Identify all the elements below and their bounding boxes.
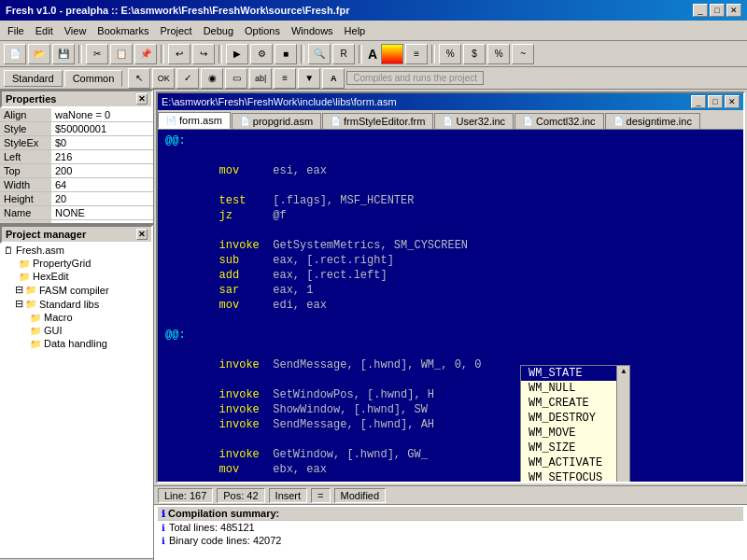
properties-header: Properties ✕ xyxy=(0,90,153,108)
new-button[interactable]: 📄 xyxy=(4,44,26,64)
close-button[interactable]: ✕ xyxy=(726,4,741,17)
cut-button[interactable]: ✂ xyxy=(86,44,108,64)
text-tool[interactable]: ab| xyxy=(249,68,272,89)
format-button[interactable]: ≡ xyxy=(405,44,428,64)
autocomplete-item[interactable]: WM_CREATE xyxy=(521,396,616,411)
info-icon: ℹ xyxy=(162,523,165,533)
code-line: mov edi, eax xyxy=(165,298,736,313)
tab-form-asm[interactable]: 📄 form.asm xyxy=(158,112,231,129)
table-row: Height20 xyxy=(0,192,153,206)
autocomplete-item[interactable]: WM_ACTIVATE xyxy=(521,455,616,470)
list-tool[interactable]: ≡ xyxy=(274,68,296,89)
menu-help[interactable]: Help xyxy=(339,23,372,38)
tree-item-propertygrid[interactable]: 📁 PropertyGrid xyxy=(0,257,153,270)
menu-bookmarks[interactable]: Bookmarks xyxy=(92,23,154,38)
prop-value[interactable]: 20 xyxy=(51,192,153,206)
prop-name: Name xyxy=(0,206,51,220)
autocomplete-item[interactable]: WM_STATE xyxy=(521,366,616,381)
compile-text: Total lines: 485121 xyxy=(169,522,255,533)
status-modified: Modified xyxy=(334,488,387,503)
code-line: invoke SetWindowPos, [.hwnd], H xyxy=(165,387,736,402)
ok-tool[interactable]: OK xyxy=(152,68,175,89)
code-maximize-button[interactable]: □ xyxy=(708,95,723,108)
undo-button[interactable]: ↩ xyxy=(168,44,190,64)
prop-value[interactable]: 64 xyxy=(51,178,153,192)
menu-view[interactable]: View xyxy=(59,23,92,38)
menu-options[interactable]: Options xyxy=(239,23,286,38)
tab-user32[interactable]: 📄 User32.inc xyxy=(434,113,514,129)
menu-project[interactable]: Project xyxy=(154,23,197,38)
minimize-button[interactable]: _ xyxy=(693,4,708,17)
redo-button[interactable]: ↪ xyxy=(192,44,215,64)
autocomplete-item[interactable]: WM_MOVE xyxy=(521,426,616,441)
radio-tool[interactable]: ◉ xyxy=(201,68,223,89)
stop-button[interactable]: ■ xyxy=(275,44,297,64)
title-text: Fresh v1.0 - prealpha :: E:\asmwork\Fres… xyxy=(6,5,349,16)
arrow-tool[interactable]: ↖ xyxy=(128,68,150,89)
more-btn1[interactable]: % xyxy=(439,44,461,64)
tree-item-gui[interactable]: 📁 GUI xyxy=(0,324,153,337)
autocomplete-item[interactable]: WM_SETFOCUS xyxy=(521,470,616,482)
menu-debug[interactable]: Debug xyxy=(198,23,239,38)
tab-common[interactable]: Common xyxy=(64,70,123,87)
save-button[interactable]: 💾 xyxy=(52,44,75,64)
rect-tool[interactable]: ▭ xyxy=(225,68,247,89)
check-tool[interactable]: ✓ xyxy=(176,68,199,89)
tree-item-hexedit[interactable]: 📁 HexEdit xyxy=(0,270,153,283)
paste-button[interactable]: 📌 xyxy=(134,44,157,64)
code-close-button[interactable]: ✕ xyxy=(725,95,740,108)
compile-line-2: ℹ Binary code lines: 42072 xyxy=(158,534,743,547)
table-row: AlignwaNone = 0 xyxy=(0,108,153,122)
maximize-button[interactable]: □ xyxy=(710,4,725,17)
prop-value[interactable]: NONE xyxy=(51,206,153,220)
properties-close-button[interactable]: ✕ xyxy=(136,93,148,105)
table-row: Left216 xyxy=(0,150,153,164)
scroll-up-icon[interactable]: ▲ xyxy=(622,367,627,375)
open-button[interactable]: 📂 xyxy=(28,44,50,64)
project-panel: Project manager ✕ 🗒 Fresh.asm 📁 Property… xyxy=(0,225,153,560)
code-line: mov ebx, eax xyxy=(165,462,736,477)
autocomplete-dropdown[interactable]: WM_STATE WM_NULL WM_CREATE WM_DESTROY WM… xyxy=(520,365,630,482)
autocomplete-item[interactable]: WM_NULL xyxy=(521,381,616,396)
tree-item-fasm[interactable]: ⊟ 📁 FASM compiler xyxy=(0,283,153,297)
status-mode: Insert xyxy=(269,488,308,503)
more-btn2[interactable]: $ xyxy=(463,44,486,64)
menu-windows[interactable]: Windows xyxy=(286,23,339,38)
tree-item-fresh-asm[interactable]: 🗒 Fresh.asm xyxy=(0,244,153,257)
tab-standard[interactable]: Standard xyxy=(4,70,63,87)
combo-tool[interactable]: ▼ xyxy=(298,68,320,89)
tree-item-macro[interactable]: 📁 Macro xyxy=(0,311,153,324)
compile-button[interactable]: ⚙ xyxy=(250,44,273,64)
menu-edit[interactable]: Edit xyxy=(30,23,59,38)
label-tool[interactable]: A xyxy=(322,68,345,89)
tab-comctl32[interactable]: 📄 Comctl32.inc xyxy=(514,113,604,129)
code-line: invoke SendMessage, [.hwnd], AH xyxy=(165,417,736,432)
prop-value[interactable]: 216 xyxy=(51,150,153,164)
prop-value[interactable]: $50000001 xyxy=(51,122,153,136)
separator-1 xyxy=(78,45,82,63)
tab-designtime[interactable]: 📄 designtime.inc xyxy=(605,113,700,129)
prop-value[interactable]: $0 xyxy=(51,136,153,150)
run-button[interactable]: ▶ xyxy=(226,44,248,64)
separator-5 xyxy=(359,45,362,63)
prop-name: Align xyxy=(0,108,51,122)
find-button[interactable]: 🔍 xyxy=(308,44,331,64)
code-minimize-button[interactable]: _ xyxy=(691,95,706,108)
more-btn3[interactable]: % xyxy=(487,44,510,64)
replace-button[interactable]: R xyxy=(332,44,355,64)
code-content[interactable]: @@: mov esi, eax test [.flags], MSF_HCEN… xyxy=(158,130,743,482)
tab-frm-style[interactable]: 📄 frmStyleEditor.frm xyxy=(322,113,433,129)
more-btn4[interactable]: ~ xyxy=(512,44,534,64)
copy-button[interactable]: 📋 xyxy=(110,44,133,64)
tree-item-stdlib[interactable]: ⊟ 📁 Standard libs xyxy=(0,297,153,311)
code-line: invoke ShowWindow, [.hwnd], SW xyxy=(165,402,736,417)
autocomplete-item[interactable]: WM_SIZE xyxy=(521,441,616,455)
menu-file[interactable]: File xyxy=(2,23,30,38)
prop-value[interactable]: 200 xyxy=(51,164,153,178)
prop-value[interactable]: waNone = 0 xyxy=(51,108,153,122)
project-close-button[interactable]: ✕ xyxy=(136,229,148,240)
color-button[interactable] xyxy=(381,44,403,64)
tab-propgrid-asm[interactable]: 📄 propgrid.asm xyxy=(232,113,321,129)
tree-item-data-handling[interactable]: 📁 Data handling xyxy=(0,337,153,350)
autocomplete-item[interactable]: WM_DESTROY xyxy=(521,411,616,426)
